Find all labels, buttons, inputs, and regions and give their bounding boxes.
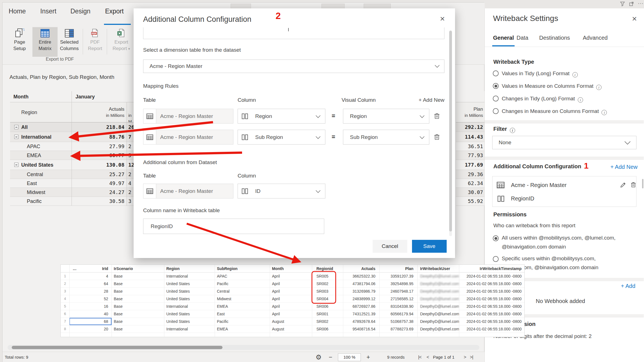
- radio-changes-measure-columns[interactable]: [493, 108, 499, 114]
- grid-cell[interactable]: 60566179.94: [379, 310, 417, 318]
- grid-cell[interactable]: SR001: [312, 310, 343, 318]
- mapping-column-dropdown[interactable]: Region: [238, 109, 325, 124]
- radio-label[interactable]: All users within @mobilitysys.com, @lume…: [502, 235, 615, 241]
- matrix-row-label[interactable]: Central: [27, 170, 43, 179]
- collapse-toggle[interactable]: [14, 135, 18, 139]
- grid-cell[interactable]: 2024-01-02 06:55:18.000 -0800: [459, 280, 524, 287]
- matrix-cell[interactable]: 177.69: [456, 160, 486, 170]
- grid-cell[interactable]: April: [270, 280, 312, 287]
- grid-cell-user-redacted[interactable]: DeepthyD@lumel.com: [417, 280, 459, 287]
- export-report-button[interactable]: Export Report ▾: [108, 27, 134, 57]
- matrix-cell[interactable]: 77.93: [456, 151, 486, 160]
- grid-cell[interactable]: United States: [164, 295, 215, 302]
- grid-cell[interactable]: 31326986.79: [343, 288, 379, 295]
- grid-cell[interactable]: International: [164, 273, 215, 280]
- matrix-cell[interactable]: 30.07: [456, 188, 486, 197]
- matrix-row-label[interactable]: Midwest: [27, 188, 45, 197]
- grid-cell[interactable]: 68726927.86: [343, 303, 379, 310]
- prev-page-button[interactable]: <: [427, 352, 429, 362]
- grid-header[interactable]: IrWritebackTimestamp: [459, 265, 524, 272]
- grid-cell[interactable]: Base: [112, 288, 164, 295]
- matrix-cell[interactable]: 55.92: [456, 197, 486, 206]
- grid-cell[interactable]: August: [270, 318, 312, 325]
- zoom-level[interactable]: 100 %: [338, 353, 361, 361]
- grid-cell[interactable]: 51068757.38: [379, 318, 417, 325]
- last-page-button[interactable]: >|: [470, 352, 473, 362]
- matrix-row-label[interactable]: United States: [21, 160, 53, 170]
- grid-cell[interactable]: DeepthyD@lumel.com: [417, 318, 459, 325]
- matrix-cell[interactable]: 36.51: [456, 142, 486, 151]
- matrix-cell[interactable]: 218.84: [72, 122, 127, 132]
- grid-cell[interactable]: 2024-01-02 06:55:18.000 -0800: [459, 288, 524, 295]
- grid-cell[interactable]: SR002: [312, 280, 343, 287]
- matrix-row-label[interactable]: Pacific: [27, 197, 42, 205]
- grid-cell[interactable]: 2024-01-02 06:55:18.000 -0800: [459, 325, 524, 333]
- grid-header[interactable]: SubRegion: [215, 265, 270, 272]
- delete-trash-icon[interactable]: [433, 133, 441, 141]
- radio-values-measure-columns[interactable]: [493, 83, 499, 89]
- matrix-cell[interactable]: 130.08: [72, 160, 127, 170]
- mapping-visual-column-dropdown[interactable]: Region: [343, 109, 429, 124]
- matrix-cell[interactable]: 49.97: [72, 179, 127, 188]
- grid-header[interactable]: Region: [164, 265, 215, 272]
- grid-cell[interactable]: April: [270, 303, 312, 310]
- grid-cell[interactable]: United States: [164, 310, 215, 318]
- grid-cell[interactable]: United States: [164, 280, 215, 287]
- radio-all-users[interactable]: [493, 235, 499, 241]
- grid-cell[interactable]: 40: [69, 310, 112, 318]
- tab-home[interactable]: Home: [9, 8, 26, 15]
- first-page-button[interactable]: |<: [418, 352, 422, 362]
- grid-cell[interactable]: April: [270, 310, 312, 318]
- panel-scrollbar-thumb[interactable]: [642, 179, 643, 188]
- save-button[interactable]: Save: [412, 240, 447, 253]
- matrix-cell[interactable]: 88.76: [72, 132, 127, 142]
- grid-cell[interactable]: 2024-01-02 06:55:18.000 -0800: [459, 273, 524, 280]
- acc-add-new-link[interactable]: + Add New: [598, 164, 638, 170]
- close-icon[interactable]: ×: [440, 15, 445, 23]
- matrix-row-label[interactable]: All: [21, 122, 28, 132]
- mapping-column-dropdown[interactable]: Sub Region: [238, 130, 325, 145]
- grid-header[interactable]: Month: [270, 265, 312, 272]
- matrix-row-label[interactable]: East: [27, 179, 37, 188]
- grid-cell[interactable]: 16: [69, 303, 112, 310]
- selected-columns-button[interactable]: Selected Columns: [57, 27, 81, 57]
- grid-cell-selected[interactable]: 68: [69, 318, 112, 325]
- cancel-button[interactable]: Cancel: [373, 240, 407, 253]
- grid-cell[interactable]: Base: [112, 280, 164, 287]
- info-icon[interactable]: i: [510, 128, 515, 133]
- grid-cell-user-redacted[interactable]: DeepthyD@lumel.com: [417, 273, 459, 280]
- tab-advanced[interactable]: Advanced: [583, 35, 608, 41]
- pdf-report-button[interactable]: PDF PDF Report: [84, 27, 106, 57]
- tab-export[interactable]: Export: [105, 8, 124, 15]
- grid-cell[interactable]: Midwest: [215, 295, 270, 302]
- grid-cell[interactable]: SR005: [312, 273, 343, 280]
- info-icon[interactable]: i: [578, 97, 583, 103]
- tab-insert[interactable]: Insert: [40, 8, 56, 15]
- grid-cell[interactable]: April: [270, 288, 312, 295]
- grid-cell[interactable]: United States: [164, 288, 215, 295]
- info-icon[interactable]: i: [596, 85, 602, 90]
- matrix-cell[interactable]: 29.36: [456, 170, 486, 179]
- grid-cell[interactable]: 36625322.30: [343, 273, 379, 280]
- matrix-header-measure[interactable]: Actualsin Millions: [72, 102, 127, 122]
- tab-general[interactable]: General: [493, 35, 514, 41]
- info-icon[interactable]: i: [602, 110, 607, 115]
- grid-cell[interactable]: EMEA: [215, 303, 270, 310]
- grid-cell[interactable]: 64: [69, 280, 112, 287]
- matrix-row-label[interactable]: International: [21, 132, 51, 142]
- grid-cell[interactable]: 47892678.64: [343, 318, 379, 325]
- grid-header[interactable]: IrId: [69, 265, 112, 272]
- scrollbar-thumb[interactable]: [12, 346, 222, 349]
- radio-label[interactable]: Changes in Tidy (Long) Formati: [502, 96, 583, 103]
- radio-specific-users[interactable]: [493, 256, 499, 262]
- additional-column-dropdown[interactable]: ID: [238, 184, 325, 198]
- grid-cell[interactable]: 20: [69, 325, 112, 333]
- grid-cell[interactable]: 2024-01-02 06:55:18.000 -0800: [459, 318, 524, 325]
- grid-cell[interactable]: Base: [112, 273, 164, 280]
- grid-cell[interactable]: East: [215, 310, 270, 318]
- tab-design[interactable]: Design: [70, 8, 91, 15]
- grid-cell[interactable]: Pacific: [215, 318, 270, 325]
- grid-cell[interactable]: 52: [69, 295, 112, 302]
- filter-dropdown[interactable]: None: [492, 136, 636, 149]
- grid-cell[interactable]: Base: [112, 295, 164, 302]
